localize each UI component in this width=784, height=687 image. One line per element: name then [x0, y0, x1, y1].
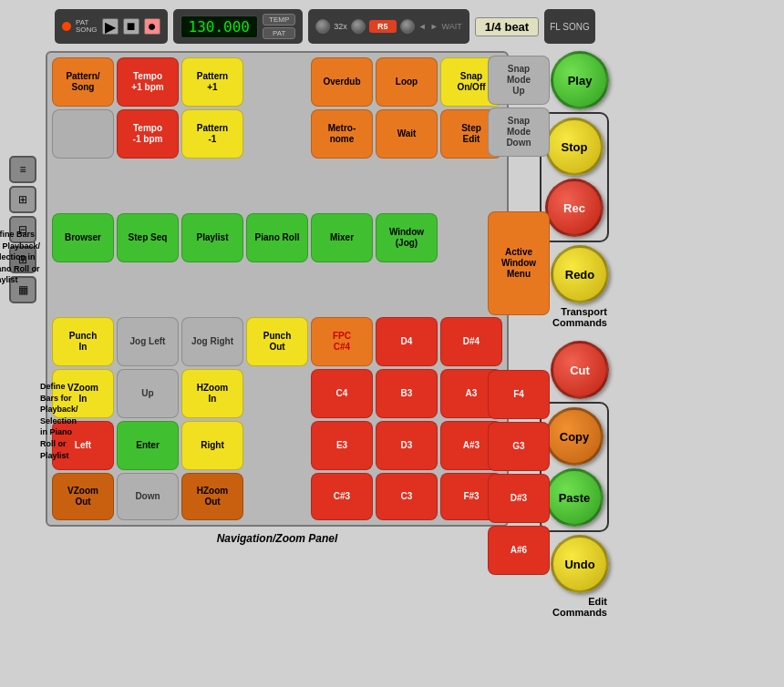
cell-empty-r3c6: [376, 161, 438, 210]
cell-piano-roll[interactable]: Piano Roll: [246, 213, 308, 262]
cell-down[interactable]: Down: [117, 473, 179, 520]
cell-pattern-song[interactable]: Pattern/Song: [52, 57, 114, 107]
cell-metronome[interactable]: Metro-nome: [311, 109, 373, 159]
play-button[interactable]: Play: [551, 51, 609, 109]
32x-label: 32x: [334, 22, 347, 31]
cell-enter[interactable]: Enter: [117, 421, 179, 470]
cell-d3[interactable]: D3: [376, 421, 438, 470]
cell-fpc-c4[interactable]: FPCC#4: [311, 317, 373, 366]
cell-jog-right[interactable]: Jog Right: [181, 317, 243, 366]
cell-vzoom-out[interactable]: VZoomOut: [52, 473, 114, 520]
pat-label2: PAT: [263, 27, 295, 39]
cell-c3[interactable]: C3: [376, 473, 438, 520]
wait-label: WAIT: [442, 22, 462, 31]
main-content: ≡ ⊞ ⊟ ⊞ ▦ Define Bars for Playback/ Sele…: [9, 51, 775, 618]
toolbar-group-2: 130.000 TEMP PAT: [173, 9, 304, 44]
cell-empty-r3c5: [311, 161, 373, 210]
cell-right[interactable]: Right: [181, 421, 243, 470]
cell-empty-r5c6: [376, 265, 438, 314]
cell-d4[interactable]: D4: [376, 317, 438, 366]
cell-empty-r7c4: [246, 369, 308, 418]
cell-a6sharp[interactable]: A#6: [488, 526, 550, 575]
cell-g3[interactable]: G3: [488, 422, 550, 471]
rec-button[interactable]: Rec: [545, 179, 603, 237]
cell-window-jog[interactable]: Window(Jog): [376, 213, 438, 262]
cell-snap-mode-down[interactable]: SnapModeDown: [488, 108, 550, 157]
cell-empty-r3c2: [117, 161, 179, 210]
nav-label: Navigation/Zoom Panel: [46, 532, 509, 545]
pat-label: PATSONG: [76, 19, 98, 34]
cell-playlist[interactable]: Playlist: [181, 213, 243, 262]
cell-up[interactable]: Up: [117, 369, 179, 418]
knob-1[interactable]: [315, 19, 330, 34]
page: PATSONG ▶ ■ ● 130.000 TEMP PAT 32x R5 ◄ …: [0, 0, 784, 627]
cell-step-seq[interactable]: Step Seq: [117, 213, 179, 262]
transport-commands-label: TransportCommands: [552, 306, 607, 328]
cell-active-window-menu[interactable]: ActiveWindowMenu: [488, 211, 550, 315]
cell-e3[interactable]: E3: [311, 421, 373, 470]
cell-empty-ov5: [488, 318, 550, 367]
cell-wait[interactable]: Wait: [376, 109, 438, 159]
stop-button[interactable]: Stop: [545, 118, 603, 176]
cell-empty-r8c4: [246, 421, 308, 470]
copy-button[interactable]: Copy: [545, 407, 603, 466]
knob-2[interactable]: [351, 19, 366, 34]
cell-f4[interactable]: F4: [488, 370, 550, 419]
cell-snap-mode-up[interactable]: SnapModeUp: [488, 56, 550, 105]
cell-pattern-plus[interactable]: Pattern+1: [181, 57, 243, 107]
cell-empty-r1c4: [246, 57, 308, 107]
right-overlay-col: SnapModeUp SnapModeDown ActiveWindowMenu…: [488, 56, 550, 575]
temp-label: TEMP: [263, 14, 295, 26]
cell-d3sharp[interactable]: D#3: [488, 474, 550, 523]
knob-3[interactable]: [400, 19, 415, 34]
define-bars-text: DefineBars forPlayback/Selectionin Piano…: [40, 381, 99, 461]
toolbar-group-1: PATSONG ▶ ■ ●: [55, 9, 168, 44]
cell-hzoom-in[interactable]: HZoomIn: [181, 369, 243, 418]
cell-empty-r3c4: [246, 161, 308, 210]
redo-button[interactable]: Redo: [551, 245, 609, 303]
cell-jog-left[interactable]: Jog Left: [117, 317, 179, 366]
cut-button[interactable]: Cut: [551, 341, 609, 399]
cell-punch-out[interactable]: PunchOut: [246, 317, 308, 366]
cell-empty-r2c4: [246, 109, 308, 159]
cell-empty-r5c4: [246, 265, 308, 314]
paste-button[interactable]: Paste: [545, 468, 603, 527]
cell-empty-r5c1: [52, 265, 114, 314]
cell-empty-ov3: [488, 159, 550, 209]
cell-tempo-plus[interactable]: Tempo+1 bpm: [117, 57, 179, 107]
cell-browser[interactable]: Browser: [52, 213, 114, 262]
cell-empty-r9c4: [246, 473, 308, 520]
r5-label: R5: [369, 20, 397, 33]
main-grid-container: Pattern/Song Tempo+1 bpm Pattern+1 Overd…: [46, 51, 509, 527]
cell-empty-r5c2: [117, 265, 179, 314]
toolbar: PATSONG ▶ ■ ● 130.000 TEMP PAT 32x R5 ◄ …: [9, 9, 775, 44]
cell-empty-r3c1: [52, 161, 114, 210]
cell-overdub[interactable]: Overdub: [311, 57, 373, 107]
stop-btn[interactable]: ■: [123, 18, 139, 35]
cell-loop[interactable]: Loop: [376, 57, 438, 107]
cell-tempo-minus[interactable]: Tempo-1 bpm: [117, 109, 179, 159]
cell-mixer[interactable]: Mixer: [311, 213, 373, 262]
cell-empty-r5c3: [181, 265, 243, 314]
cell-pattern-minus[interactable]: Pattern-1: [181, 109, 243, 159]
undo-button[interactable]: Undo: [551, 535, 609, 593]
grid-area: Define Bars for Playback/ Selection in P…: [46, 51, 509, 545]
toolbar-group-3: 32x R5 ◄ ► WAIT: [308, 9, 469, 44]
cell-punch-in[interactable]: PunchIn: [52, 317, 114, 366]
cell-hzoom-out[interactable]: HZoomOut: [181, 473, 243, 520]
pat-led: [62, 22, 71, 31]
arrow-left[interactable]: ◄: [418, 22, 427, 31]
play-btn[interactable]: ▶: [102, 18, 119, 35]
rec-btn[interactable]: ●: [144, 18, 160, 35]
copy-paste-outline: Copy Paste: [540, 402, 609, 532]
sidebar-btn-1[interactable]: ≡: [9, 156, 36, 183]
bpm-display: 130.000: [181, 15, 258, 38]
sidebar-btn-2[interactable]: ⊞: [9, 186, 36, 213]
cell-gray-r2c1: [52, 109, 114, 159]
stop-rec-outline: Stop Rec: [540, 112, 609, 242]
arrow-right[interactable]: ►: [430, 22, 438, 31]
cell-b3[interactable]: B3: [376, 369, 438, 418]
cell-c4[interactable]: C4: [311, 369, 373, 418]
cell-c3sharp[interactable]: C#3: [311, 473, 373, 520]
cell-empty-r3c3: [181, 161, 243, 210]
